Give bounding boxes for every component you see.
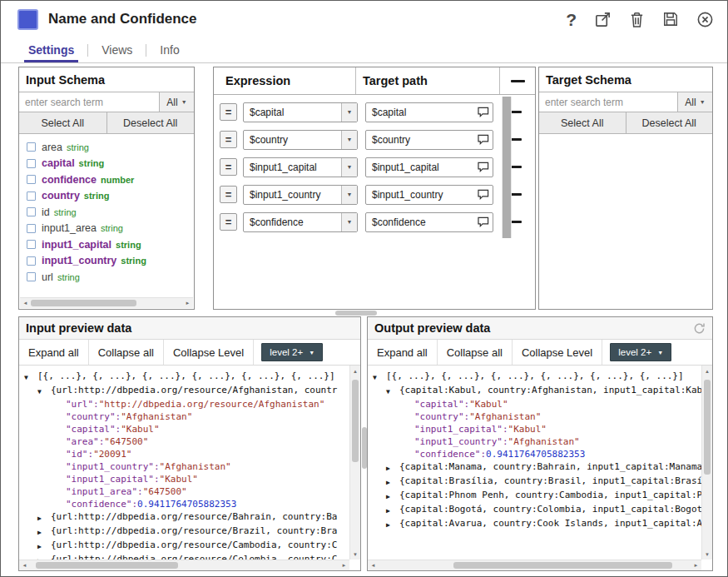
scroll-down-icon[interactable]: ▼ (350, 549, 360, 560)
comment-button[interactable] (474, 107, 493, 117)
remove-mapping-button[interactable] (493, 138, 535, 141)
scrollbar-thumb[interactable] (503, 97, 511, 238)
vertical-scrollbar[interactable]: ▲ ▼ (701, 366, 712, 560)
export-button[interactable] (594, 11, 612, 28)
scroll-left-icon[interactable]: ◄ (20, 301, 31, 306)
scrollbar-track[interactable] (350, 376, 360, 549)
scrollbar-thumb[interactable] (36, 562, 178, 569)
target-path-field[interactable]: $input1_capital (365, 157, 493, 177)
close-button[interactable] (696, 11, 714, 28)
filter-dropdown[interactable]: All ▼ (159, 92, 194, 112)
json-item-row[interactable]: ▶{capital:Bogotá, country:Colombia, inpu… (373, 503, 701, 517)
caret-down-icon[interactable]: ▼ (386, 384, 399, 398)
dropdown-button[interactable]: ▼ (341, 103, 357, 122)
scrollbar-thumb[interactable] (352, 380, 359, 462)
vertical-scrollbar[interactable]: ▲ ▼ (349, 366, 360, 560)
caret-right-icon[interactable]: ▶ (386, 517, 399, 531)
checkbox[interactable] (27, 224, 36, 233)
target-path-field[interactable]: $country (365, 130, 493, 150)
deselect-all-button[interactable]: Deselect All (106, 112, 195, 133)
horizontal-scrollbar[interactable]: ◄ ► (19, 560, 349, 570)
filter-dropdown[interactable]: All ▼ (677, 92, 712, 112)
checkbox[interactable] (27, 272, 36, 281)
json-item-row[interactable]: ▶{url:http://dbpedia.org/resource/Cambod… (24, 539, 349, 553)
operator-button[interactable]: = (220, 186, 237, 203)
target-path-field[interactable]: $confidence (365, 212, 493, 232)
search-input[interactable] (539, 92, 677, 112)
collapse-all-button[interactable]: Collapse all (89, 340, 163, 365)
tab-info[interactable]: Info (156, 37, 183, 62)
json-item-row[interactable]: ▶{capital:Manama, country:Bahrain, input… (373, 460, 701, 475)
refresh-button[interactable] (693, 322, 706, 335)
dropdown-button[interactable]: ▼ (341, 186, 357, 204)
schema-field-row[interactable]: idstring (19, 204, 194, 221)
operator-button[interactable]: = (220, 158, 237, 176)
scroll-up-icon[interactable]: ▲ (350, 366, 360, 376)
scrollbar-thumb[interactable] (704, 380, 711, 475)
tab-views[interactable]: Views (97, 37, 136, 62)
scroll-right-icon[interactable]: ► (691, 563, 701, 568)
json-item-row[interactable]: ▶{url:http://dbpedia.org/resource/Bahrai… (24, 510, 349, 525)
delete-button[interactable] (629, 11, 645, 28)
remove-mapping-button[interactable] (493, 111, 535, 113)
collapse-all-button[interactable]: Collapse all (438, 340, 512, 365)
checkbox[interactable] (27, 240, 36, 249)
scrollbar-track[interactable] (30, 560, 339, 570)
json-root-row[interactable]: ▼[{, ...}, {, ...}, {, ...}, {, ...}, {,… (373, 370, 701, 384)
expression-combo[interactable]: $input1_capital▼ (243, 157, 358, 177)
scroll-left-icon[interactable]: ◄ (368, 563, 379, 568)
json-item-row[interactable]: ▼{url:http://dbpedia.org/resource/Afghan… (24, 384, 349, 398)
remove-mapping-button[interactable] (493, 193, 535, 196)
caret-right-icon[interactable]: ▶ (386, 475, 399, 489)
scrollbar-thumb[interactable] (453, 562, 672, 569)
caret-right-icon[interactable]: ▶ (37, 510, 51, 525)
dropdown-button[interactable]: ▼ (341, 131, 357, 149)
horizontal-scrollbar[interactable]: ◄ ► (368, 560, 701, 570)
tab-settings[interactable]: Settings (24, 37, 78, 62)
target-path-field[interactable]: $input1_country (365, 185, 493, 205)
scroll-left-icon[interactable]: ◄ (19, 563, 30, 568)
caret-right-icon[interactable]: ▶ (37, 553, 51, 560)
json-item-row[interactable]: ▶{capital:Phnom Penh, country:Cambodia, … (373, 489, 701, 503)
caret-right-icon[interactable]: ▶ (37, 525, 51, 539)
collapse-level-select[interactable]: level 2+ ▼ (610, 343, 671, 361)
caret-right-icon[interactable]: ▶ (37, 539, 51, 553)
schema-field-row[interactable]: confidencenumber (19, 172, 194, 188)
checkbox[interactable] (27, 192, 36, 201)
select-all-button[interactable]: Select All (539, 112, 626, 133)
expression-combo[interactable]: $country▼ (243, 130, 358, 150)
json-item-row[interactable]: ▼{capital:Kabul, country:Afghanistan, in… (373, 384, 701, 398)
help-button[interactable]: ? (566, 11, 577, 28)
checkbox[interactable] (27, 175, 36, 184)
json-root-row[interactable]: ▼[{, ...}, {, ...}, {, ...}, {, ...}, {,… (24, 370, 349, 384)
schema-field-row[interactable]: areastring (19, 139, 194, 156)
caret-right-icon[interactable]: ▶ (386, 460, 399, 475)
comment-button[interactable] (474, 216, 493, 227)
caret-right-icon[interactable]: ▶ (386, 489, 399, 503)
schema-field-row[interactable]: urlstring (19, 269, 194, 286)
target-path-field[interactable]: $capital (365, 102, 493, 122)
operator-button[interactable]: = (220, 103, 237, 121)
comment-button[interactable] (474, 134, 493, 145)
operator-button[interactable]: = (220, 131, 237, 148)
search-input[interactable] (19, 92, 159, 112)
save-button[interactable] (662, 11, 679, 27)
expression-combo[interactable]: $capital▼ (243, 102, 358, 122)
vertical-scrollbar[interactable] (502, 97, 512, 238)
checkbox[interactable] (27, 207, 36, 216)
expand-all-button[interactable]: Expand all (368, 340, 437, 365)
json-item-row[interactable]: ▶{url:http://dbpedia.org/resource/Colomb… (24, 553, 349, 560)
remove-mapping-button[interactable] (493, 221, 535, 223)
expression-combo[interactable]: $confidence▼ (243, 212, 358, 232)
remove-mapping-button[interactable] (493, 166, 535, 168)
json-item-row[interactable]: ▶{url:http://dbpedia.org/resource/Brazil… (24, 525, 349, 539)
expand-all-button[interactable]: Expand all (19, 340, 88, 365)
caret-down-icon[interactable]: ▼ (373, 370, 386, 384)
scrollbar-thumb[interactable] (31, 300, 136, 306)
remove-mapping-button[interactable] (500, 67, 535, 94)
dropdown-button[interactable]: ▼ (341, 158, 357, 177)
scroll-down-icon[interactable]: ▼ (702, 549, 712, 560)
json-item-row[interactable]: ▶{capital:Avarua, country:Cook Islands, … (373, 517, 701, 531)
scrollbar-track[interactable] (379, 560, 691, 570)
horizontal-splitter[interactable] (335, 311, 377, 316)
